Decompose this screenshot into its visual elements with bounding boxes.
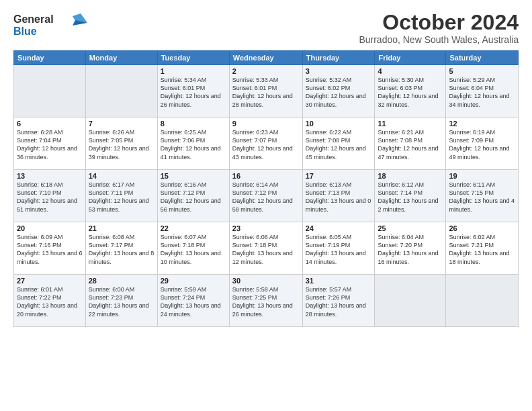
calendar-cell: 23Sunrise: 6:06 AM Sunset: 7:18 PM Dayli… [229, 222, 302, 275]
day-number: 1 [161, 67, 226, 75]
day-info: Sunrise: 6:12 AM Sunset: 7:14 PM Dayligh… [378, 181, 443, 214]
calendar-cell: 7Sunrise: 6:26 AM Sunset: 7:05 PM Daylig… [85, 118, 157, 170]
calendar-cell: 14Sunrise: 6:17 AM Sunset: 7:11 PM Dayli… [85, 170, 157, 222]
day-number: 28 [89, 277, 154, 285]
day-number: 18 [378, 172, 443, 180]
day-number: 6 [17, 120, 83, 128]
calendar-header-monday: Monday [85, 51, 157, 65]
day-number: 13 [17, 172, 83, 180]
calendar-cell: 16Sunrise: 6:14 AM Sunset: 7:12 PM Dayli… [229, 170, 302, 222]
day-number: 2 [232, 67, 300, 75]
day-number: 19 [449, 172, 515, 180]
subtitle: Burradoo, New South Wales, Australia [359, 34, 519, 45]
day-number: 9 [232, 120, 300, 128]
day-info: Sunrise: 6:07 AM Sunset: 7:18 PM Dayligh… [161, 233, 226, 266]
calendar-cell: 2Sunrise: 5:33 AM Sunset: 6:01 PM Daylig… [229, 65, 302, 118]
day-info: Sunrise: 6:14 AM Sunset: 7:12 PM Dayligh… [232, 181, 300, 214]
day-number: 10 [306, 120, 372, 128]
calendar-header-tuesday: Tuesday [157, 51, 229, 65]
calendar-cell: 3Sunrise: 5:32 AM Sunset: 6:02 PM Daylig… [302, 65, 375, 118]
svg-text:General: General [13, 13, 54, 25]
day-info: Sunrise: 6:11 AM Sunset: 7:15 PM Dayligh… [449, 181, 515, 214]
day-number: 15 [161, 172, 226, 180]
day-info: Sunrise: 6:08 AM Sunset: 7:17 PM Dayligh… [89, 233, 154, 266]
day-number: 4 [378, 67, 443, 75]
day-number: 26 [449, 224, 515, 232]
calendar-header-sunday: Sunday [14, 51, 86, 65]
logo-svg: General Blue [13, 11, 87, 40]
day-info: Sunrise: 6:19 AM Sunset: 7:09 PM Dayligh… [449, 128, 515, 161]
calendar-cell: 28Sunrise: 6:00 AM Sunset: 7:23 PM Dayli… [85, 275, 157, 327]
day-info: Sunrise: 5:33 AM Sunset: 6:01 PM Dayligh… [232, 76, 300, 109]
title-block: October 2024 Burradoo, New South Wales, … [359, 11, 519, 45]
day-info: Sunrise: 6:05 AM Sunset: 7:19 PM Dayligh… [306, 233, 372, 266]
calendar-cell [446, 275, 519, 327]
day-number: 30 [232, 277, 300, 285]
calendar-cell [85, 65, 157, 118]
calendar-cell: 5Sunrise: 5:29 AM Sunset: 6:04 PM Daylig… [446, 65, 519, 118]
logo: General Blue [13, 11, 87, 43]
calendar-cell: 21Sunrise: 6:08 AM Sunset: 7:17 PM Dayli… [85, 222, 157, 275]
day-number: 31 [306, 277, 372, 285]
day-info: Sunrise: 6:01 AM Sunset: 7:22 PM Dayligh… [17, 285, 83, 318]
day-number: 14 [89, 172, 154, 180]
day-number: 8 [161, 120, 226, 128]
day-info: Sunrise: 6:28 AM Sunset: 7:04 PM Dayligh… [17, 128, 83, 161]
day-info: Sunrise: 6:21 AM Sunset: 7:08 PM Dayligh… [378, 128, 443, 161]
day-info: Sunrise: 5:32 AM Sunset: 6:02 PM Dayligh… [306, 76, 372, 109]
day-info: Sunrise: 6:04 AM Sunset: 7:20 PM Dayligh… [378, 233, 443, 266]
day-number: 3 [306, 67, 372, 75]
svg-text:Blue: Blue [13, 26, 37, 37]
calendar-cell: 18Sunrise: 6:12 AM Sunset: 7:14 PM Dayli… [375, 170, 446, 222]
calendar-cell: 11Sunrise: 6:21 AM Sunset: 7:08 PM Dayli… [375, 118, 446, 170]
day-number: 21 [89, 224, 154, 232]
calendar: SundayMondayTuesdayWednesdayThursdayFrid… [13, 50, 519, 327]
day-number: 16 [232, 172, 300, 180]
day-number: 17 [306, 172, 372, 180]
calendar-cell: 1Sunrise: 5:34 AM Sunset: 6:01 PM Daylig… [157, 65, 229, 118]
calendar-header-thursday: Thursday [302, 51, 375, 65]
page: General Blue October 2024 Burradoo, New … [0, 0, 532, 411]
day-info: Sunrise: 6:00 AM Sunset: 7:23 PM Dayligh… [89, 285, 154, 318]
calendar-week-row: 1Sunrise: 5:34 AM Sunset: 6:01 PM Daylig… [14, 65, 519, 118]
day-info: Sunrise: 5:58 AM Sunset: 7:25 PM Dayligh… [232, 285, 300, 318]
calendar-cell: 6Sunrise: 6:28 AM Sunset: 7:04 PM Daylig… [14, 118, 86, 170]
day-number: 23 [232, 224, 300, 232]
day-number: 29 [161, 277, 226, 285]
calendar-cell: 26Sunrise: 6:02 AM Sunset: 7:21 PM Dayli… [446, 222, 519, 275]
day-info: Sunrise: 5:59 AM Sunset: 7:24 PM Dayligh… [161, 285, 226, 318]
calendar-header-wednesday: Wednesday [229, 51, 302, 65]
calendar-cell: 12Sunrise: 6:19 AM Sunset: 7:09 PM Dayli… [446, 118, 519, 170]
day-info: Sunrise: 6:09 AM Sunset: 7:16 PM Dayligh… [17, 233, 83, 266]
day-info: Sunrise: 6:16 AM Sunset: 7:12 PM Dayligh… [161, 181, 226, 214]
day-info: Sunrise: 6:18 AM Sunset: 7:10 PM Dayligh… [17, 181, 83, 214]
calendar-week-row: 20Sunrise: 6:09 AM Sunset: 7:16 PM Dayli… [14, 222, 519, 275]
calendar-cell: 31Sunrise: 5:57 AM Sunset: 7:26 PM Dayli… [302, 275, 375, 327]
day-info: Sunrise: 6:02 AM Sunset: 7:21 PM Dayligh… [449, 233, 515, 266]
calendar-cell: 19Sunrise: 6:11 AM Sunset: 7:15 PM Dayli… [446, 170, 519, 222]
day-info: Sunrise: 6:23 AM Sunset: 7:07 PM Dayligh… [232, 128, 300, 161]
day-info: Sunrise: 5:57 AM Sunset: 7:26 PM Dayligh… [306, 285, 372, 318]
calendar-cell: 4Sunrise: 5:30 AM Sunset: 6:03 PM Daylig… [375, 65, 446, 118]
day-info: Sunrise: 6:13 AM Sunset: 7:13 PM Dayligh… [306, 181, 372, 214]
day-info: Sunrise: 5:34 AM Sunset: 6:01 PM Dayligh… [161, 76, 226, 109]
day-number: 7 [89, 120, 154, 128]
day-number: 12 [449, 120, 515, 128]
calendar-cell: 27Sunrise: 6:01 AM Sunset: 7:22 PM Dayli… [14, 275, 86, 327]
day-number: 25 [378, 224, 443, 232]
calendar-cell: 8Sunrise: 6:25 AM Sunset: 7:06 PM Daylig… [157, 118, 229, 170]
day-info: Sunrise: 5:29 AM Sunset: 6:04 PM Dayligh… [449, 76, 515, 109]
calendar-week-row: 27Sunrise: 6:01 AM Sunset: 7:22 PM Dayli… [14, 275, 519, 327]
main-title: October 2024 [359, 11, 519, 34]
calendar-cell: 17Sunrise: 6:13 AM Sunset: 7:13 PM Dayli… [302, 170, 375, 222]
calendar-cell: 29Sunrise: 5:59 AM Sunset: 7:24 PM Dayli… [157, 275, 229, 327]
calendar-header-friday: Friday [375, 51, 446, 65]
calendar-cell: 10Sunrise: 6:22 AM Sunset: 7:08 PM Dayli… [302, 118, 375, 170]
calendar-cell: 30Sunrise: 5:58 AM Sunset: 7:25 PM Dayli… [229, 275, 302, 327]
day-info: Sunrise: 6:22 AM Sunset: 7:08 PM Dayligh… [306, 128, 372, 161]
day-number: 20 [17, 224, 83, 232]
calendar-header-row: SundayMondayTuesdayWednesdayThursdayFrid… [14, 51, 519, 65]
calendar-cell [14, 65, 86, 118]
calendar-week-row: 13Sunrise: 6:18 AM Sunset: 7:10 PM Dayli… [14, 170, 519, 222]
day-number: 5 [449, 67, 515, 75]
